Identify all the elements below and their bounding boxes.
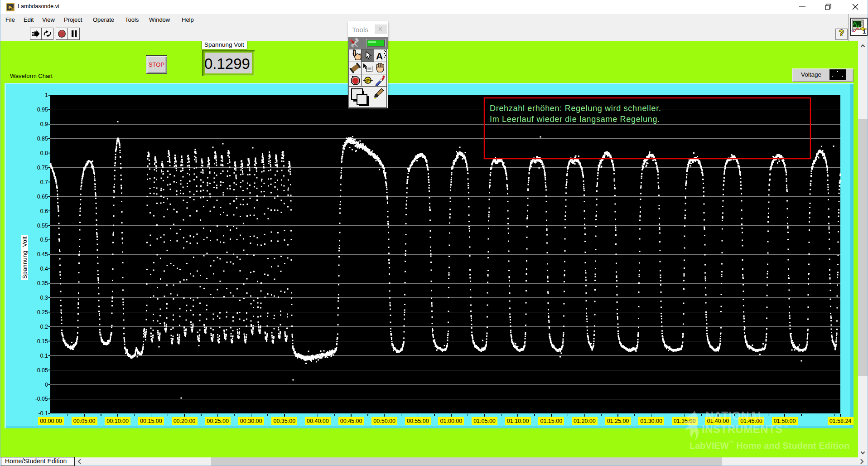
svg-text:00:35:00: 00:35:00 (273, 418, 295, 424)
svg-text:0.55: 0.55 (37, 223, 48, 229)
svg-text:01:35:00: 01:35:00 (674, 418, 696, 424)
svg-text:01:05:00: 01:05:00 (473, 418, 496, 424)
svg-text:00:00:00: 00:00:00 (40, 418, 62, 424)
svg-text:Drehzahl erhöhen: Regelung wir: Drehzahl erhöhen: Regelung wird schnelle… (490, 104, 661, 113)
svg-text:0.3: 0.3 (40, 295, 48, 301)
svg-text:00:50:00: 00:50:00 (373, 418, 395, 424)
svg-text:00:05:00: 00:05:00 (73, 418, 96, 424)
svg-text:0.7: 0.7 (40, 179, 48, 185)
svg-text:00:15:00: 00:15:00 (140, 418, 162, 424)
svg-text:00:55:00: 00:55:00 (407, 418, 429, 424)
svg-text:00:20:00: 00:20:00 (174, 418, 196, 424)
svg-text:0.1: 0.1 (40, 353, 48, 359)
svg-text:1: 1 (863, 28, 866, 35)
svg-text:0.4: 0.4 (40, 266, 48, 272)
svg-text:P: P (366, 78, 370, 83)
svg-text:01:50:00: 01:50:00 (774, 418, 796, 424)
svg-text:0.25: 0.25 (37, 309, 48, 316)
svg-text:-0.1: -0.1 (38, 410, 48, 417)
svg-text:00:40:00: 00:40:00 (307, 418, 329, 424)
svg-text:0.35: 0.35 (37, 280, 48, 286)
svg-text:0.6: 0.6 (40, 208, 48, 214)
svg-text:0.9: 0.9 (40, 121, 48, 127)
svg-text:1: 1 (45, 92, 48, 98)
svg-text:01:30:00: 01:30:00 (640, 418, 662, 424)
svg-text:01:25:00: 01:25:00 (607, 418, 629, 424)
svg-text:00:30:00: 00:30:00 (240, 418, 262, 424)
svg-text:01:20:00: 01:20:00 (574, 418, 596, 424)
svg-text:0.85: 0.85 (37, 136, 48, 142)
svg-text:00:10:00: 00:10:00 (106, 418, 129, 424)
svg-text:0.65: 0.65 (37, 194, 48, 200)
svg-text:0.95: 0.95 (37, 107, 48, 113)
svg-text:A: A (376, 51, 383, 61)
svg-text:0.2: 0.2 (40, 324, 48, 330)
svg-text:00:25:00: 00:25:00 (207, 418, 229, 424)
svg-text:01:45:00: 01:45:00 (740, 418, 762, 424)
svg-text:01:58:24: 01:58:24 (829, 418, 852, 424)
svg-text:-0.05: -0.05 (35, 396, 48, 402)
svg-text:0.05: 0.05 (37, 367, 48, 374)
svg-text:01:15:00: 01:15:00 (540, 418, 562, 424)
svg-text:0.5: 0.5 (40, 237, 48, 243)
svg-text:0.8: 0.8 (40, 150, 48, 156)
svg-text:01:00:00: 01:00:00 (440, 418, 463, 424)
svg-text:0.15: 0.15 (37, 338, 48, 345)
svg-text:Tools: Tools (352, 26, 368, 34)
svg-text:00:45:00: 00:45:00 (340, 418, 362, 424)
svg-text:Im Leerlauf wieder die langsam: Im Leerlauf wieder die langsame Regelung… (490, 115, 660, 124)
svg-text:01:40:00: 01:40:00 (707, 418, 729, 424)
svg-text:0: 0 (45, 382, 48, 388)
svg-text:0.75: 0.75 (37, 165, 48, 171)
svg-text:0.45: 0.45 (37, 251, 48, 257)
svg-text:01:10:00: 01:10:00 (507, 418, 529, 424)
